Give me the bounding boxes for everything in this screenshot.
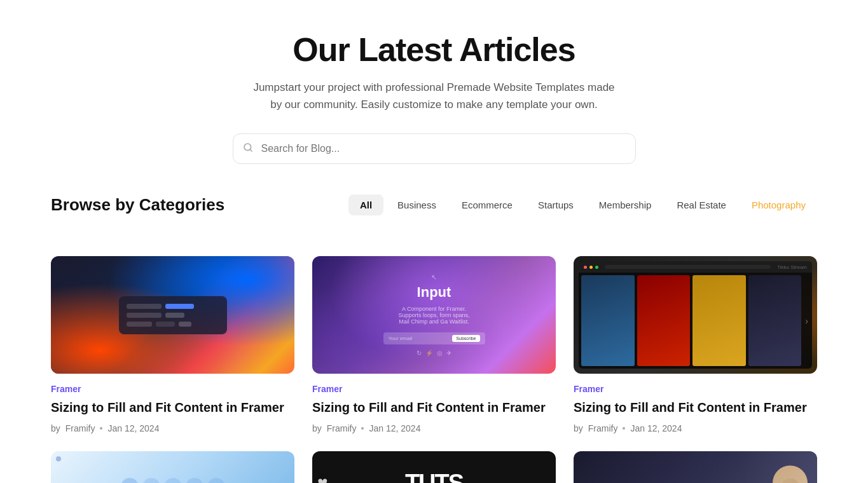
article-card-2[interactable]: ↖ Input A Component for Framer. Supports… — [312, 256, 556, 433]
article-meta-dot-3 — [623, 427, 625, 430]
categories-header: Browse by Categories All Business Ecomme… — [51, 194, 817, 215]
subtitle-line1: Jumpstart your project with professional… — [253, 81, 614, 93]
bottom-thumbnail-3 — [574, 451, 817, 483]
subtitle-line2: by our community. Easily customize to ma… — [270, 99, 598, 111]
category-btn-photography[interactable]: Photography — [740, 194, 817, 215]
article-meta-3: by Framify Jan 12, 2024 — [574, 423, 817, 433]
category-btn-ecommerce[interactable]: Ecommerce — [450, 194, 524, 215]
article-author-1: Framify — [65, 423, 95, 433]
category-btn-membership[interactable]: Membership — [588, 194, 663, 215]
page-subtitle: Jumpstart your project with professional… — [244, 79, 625, 113]
categories-nav: All Business Ecommerce Startups Membersh… — [348, 194, 817, 215]
categories-section: Browse by Categories All Business Ecomme… — [0, 189, 868, 256]
article-date-2: Jan 12, 2024 — [369, 423, 420, 433]
article-title-3: Sizing to Fill and Fit Content in Framer — [574, 399, 817, 416]
bottom-thumbnail-2: ♥ TUTS — [312, 451, 556, 483]
category-btn-all[interactable]: All — [348, 194, 383, 215]
article-title-1: Sizing to Fill and Fit Content in Framer — [51, 399, 294, 416]
article-category-1: Framer — [51, 384, 294, 394]
article-by-label-2: by — [312, 423, 322, 433]
article-date-1: Jan 12, 2024 — [107, 423, 159, 433]
article-by-label-1: by — [51, 423, 60, 433]
article-title-2: Sizing to Fill and Fit Content in Framer — [312, 399, 556, 416]
article-card-3[interactable]: Tikku Stream › Framer Sizing to Fill and… — [574, 256, 817, 433]
article-meta-2: by Framify Jan 12, 2024 — [312, 423, 556, 433]
article-category-2: Framer — [312, 384, 556, 394]
article-by-label-3: by — [574, 423, 583, 433]
category-btn-realestate[interactable]: Real Estate — [665, 194, 738, 215]
page-title: Our Latest Articles — [13, 31, 855, 69]
bottom-thumbnail-1 — [51, 451, 294, 483]
search-container — [233, 133, 636, 164]
article-thumbnail-1 — [51, 256, 294, 374]
article-author-3: Framify — [588, 423, 618, 433]
article-category-3: Framer — [574, 384, 817, 394]
header-section: Our Latest Articles Jumpstart your proje… — [0, 0, 868, 189]
articles-grid: Framer Sizing to Fill and Fit Content in… — [0, 256, 868, 433]
search-input[interactable] — [233, 133, 636, 164]
article-thumbnail-3: Tikku Stream › — [574, 256, 817, 374]
article-author-2: Framify — [327, 423, 357, 433]
page-wrapper: Our Latest Articles Jumpstart your proje… — [0, 0, 868, 483]
article-meta-dot-1 — [100, 427, 102, 430]
category-btn-startups[interactable]: Startups — [527, 194, 585, 215]
article-thumbnail-2: ↖ Input A Component for Framer. Supports… — [312, 256, 556, 374]
article-card-1[interactable]: Framer Sizing to Fill and Fit Content in… — [51, 256, 294, 433]
article-meta-1: by Framify Jan 12, 2024 — [51, 423, 294, 433]
article-date-3: Jan 12, 2024 — [630, 423, 682, 433]
article-meta-dot-2 — [361, 427, 364, 430]
categories-title: Browse by Categories — [51, 195, 224, 215]
category-btn-business[interactable]: Business — [386, 194, 448, 215]
bottom-cards-grid: ♥ TUTS — [0, 433, 868, 483]
